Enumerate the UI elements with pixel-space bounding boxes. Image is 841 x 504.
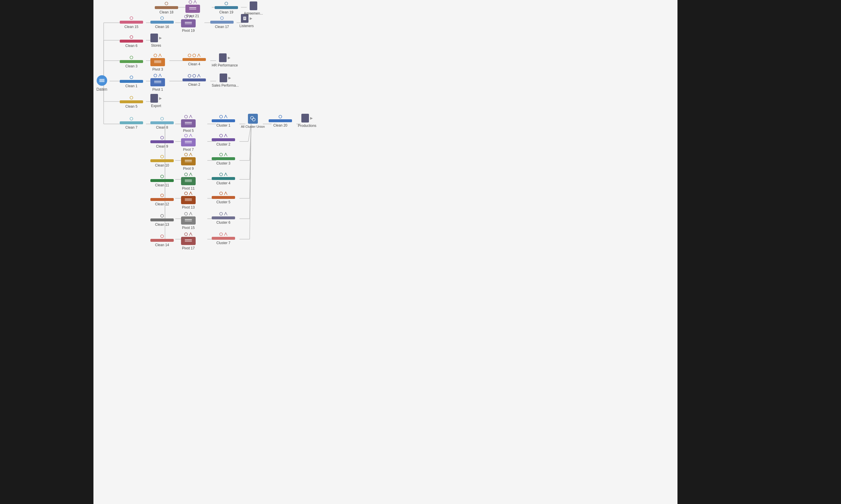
productions-node[interactable]: ▶ Productions: [298, 114, 316, 128]
export-node[interactable]: ▶ Export: [150, 94, 162, 108]
svg-line-56: [250, 124, 251, 198]
clean6-label: Clean 6: [125, 44, 137, 48]
clean7-node[interactable]: Clean 7: [120, 117, 143, 129]
svg-rect-130: [185, 239, 192, 240]
svg-rect-70: [99, 82, 105, 82]
clean16-label: Clean 16: [155, 25, 169, 29]
svg-rect-89: [154, 81, 161, 82]
productions-label: Productions: [298, 124, 316, 128]
pivot15-node[interactable]: Pivot 15: [181, 212, 196, 230]
clean20-node[interactable]: Clean 20: [269, 115, 292, 127]
clean8-node[interactable]: Clean 8: [150, 117, 174, 129]
pivot21-node[interactable]: Pivot 21: [185, 0, 200, 18]
pivot13-label: Pivot 13: [182, 205, 194, 210]
svg-point-133: [165, 2, 168, 5]
export-label: Export: [151, 104, 161, 108]
svg-point-103: [160, 136, 164, 139]
svg-point-86: [193, 54, 196, 57]
svg-point-81: [130, 56, 133, 59]
clean9-node[interactable]: Clean 9: [150, 136, 174, 148]
svg-rect-90: [154, 82, 161, 83]
cluster5-label: Cluster 5: [217, 200, 230, 204]
salesperf-node[interactable]: ▶ Sales Performa...: [212, 73, 239, 88]
pivot3-label: Pivot 3: [152, 67, 163, 71]
clean8-label: Clean 8: [156, 125, 168, 129]
clean14-label: Clean 14: [155, 243, 169, 247]
pivot9-node[interactable]: Pivot 9: [181, 152, 196, 170]
pivot13-node[interactable]: Pivot 13: [181, 191, 196, 210]
clean14-node[interactable]: Clean 14: [150, 234, 174, 247]
svg-line-48: [250, 124, 251, 160]
agreements-node[interactable]: Agreemen...: [244, 1, 263, 16]
clean6-node[interactable]: Clean 6: [120, 35, 143, 48]
clean1-node[interactable]: Clean 1: [120, 75, 143, 88]
hrperf-node[interactable]: ▶ HR Performance: [212, 53, 238, 67]
svg-rect-74: [185, 22, 192, 23]
clean2-node[interactable]: Clean 2: [183, 74, 206, 87]
svg-point-85: [188, 54, 191, 57]
svg-point-114: [185, 173, 187, 176]
pivot7-node[interactable]: Pivot 7: [181, 133, 196, 152]
daten-icon: [97, 75, 107, 86]
svg-point-132: [220, 233, 223, 236]
clean15-node[interactable]: Clean 15: [120, 16, 143, 29]
salesperf-label: Sales Performa...: [212, 84, 239, 88]
svg-rect-136: [189, 9, 196, 10]
svg-rect-105: [185, 141, 192, 142]
clean17-node[interactable]: Clean 17: [210, 16, 234, 29]
svg-rect-97: [185, 122, 192, 123]
clean10-node[interactable]: Clean 10: [150, 155, 174, 167]
svg-line-60: [250, 124, 251, 219]
clean20-label: Clean 20: [273, 123, 287, 127]
svg-point-99: [220, 115, 223, 118]
cluster1-node[interactable]: Cluster 1: [212, 115, 235, 127]
pivot21-label: Pivot 21: [186, 14, 199, 18]
cluster7-node[interactable]: Cluster 7: [212, 232, 235, 245]
pivot1-node[interactable]: Pivot 1: [150, 73, 165, 92]
listeners-node[interactable]: ▶ Listeners: [239, 14, 254, 28]
svg-point-117: [220, 173, 223, 176]
clean4-node[interactable]: Clean 4: [183, 53, 206, 66]
svg-point-91: [188, 74, 191, 77]
pivot19-label: Pivot 19: [182, 29, 194, 33]
svg-rect-75: [185, 23, 192, 24]
pivot11-label: Pivot 11: [182, 186, 194, 191]
agreements-label: Agreemen...: [244, 11, 263, 16]
cluster3-node[interactable]: Cluster 3: [212, 152, 235, 165]
clean13-node[interactable]: Clean 13: [150, 214, 174, 227]
clean2-label: Clean 2: [188, 83, 200, 87]
stores-label: Stores: [151, 43, 161, 48]
svg-rect-116: [185, 181, 192, 182]
svg-point-122: [220, 192, 223, 195]
svg-point-88: [154, 74, 157, 77]
allcluster-label: All Cluster Union: [241, 125, 265, 128]
svg-line-64: [250, 124, 251, 239]
cluster5-node[interactable]: Cluster 5: [212, 191, 235, 204]
pivot11-node[interactable]: Pivot 11: [181, 173, 196, 191]
svg-point-94: [130, 117, 133, 120]
clean12-node[interactable]: Clean 12: [150, 193, 174, 206]
clean15-label: Clean 15: [124, 25, 138, 29]
cluster4-node[interactable]: Cluster 4: [212, 173, 235, 185]
stores-node[interactable]: ▶ Stores: [150, 34, 162, 48]
clean11-node[interactable]: Clean 11: [150, 175, 174, 187]
clean19-node[interactable]: Clean 19: [214, 1, 238, 14]
svg-rect-106: [185, 142, 192, 143]
clean3-node[interactable]: Clean 3: [120, 55, 143, 68]
cluster6-node[interactable]: Cluster 6: [212, 212, 235, 224]
clean18-node[interactable]: Clean 18: [155, 1, 178, 14]
pivot5-node[interactable]: Pivot 5: [181, 115, 196, 133]
daten-node[interactable]: Daten: [96, 75, 107, 92]
svg-point-101: [252, 118, 255, 121]
svg-point-127: [220, 212, 223, 215]
svg-point-124: [185, 212, 187, 215]
svg-point-112: [220, 153, 223, 156]
svg-point-87: [130, 76, 133, 79]
clean5-node[interactable]: Clean 5: [120, 96, 143, 108]
allcluster-node[interactable]: All Cluster Union: [241, 114, 265, 128]
cluster2-label: Cluster 2: [217, 142, 230, 146]
cluster2-node[interactable]: Cluster 2: [212, 133, 235, 146]
pivot3-node[interactable]: Pivot 3: [150, 53, 165, 71]
clean16-node[interactable]: Clean 16: [150, 16, 174, 29]
pivot17-node[interactable]: Pivot 17: [181, 232, 196, 250]
